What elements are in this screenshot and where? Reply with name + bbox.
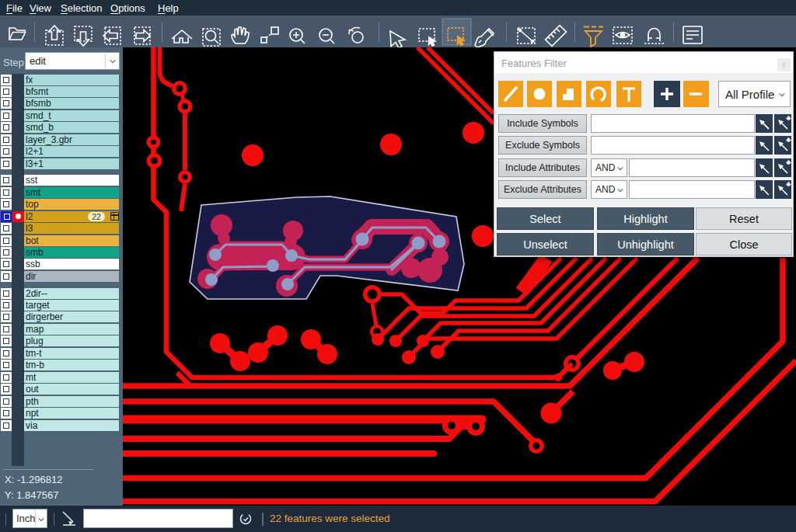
svg-text:+: + bbox=[787, 159, 791, 166]
svg-text:+: + bbox=[787, 115, 791, 122]
svg-text:+: + bbox=[787, 181, 791, 188]
svg-text:+: + bbox=[787, 137, 791, 144]
